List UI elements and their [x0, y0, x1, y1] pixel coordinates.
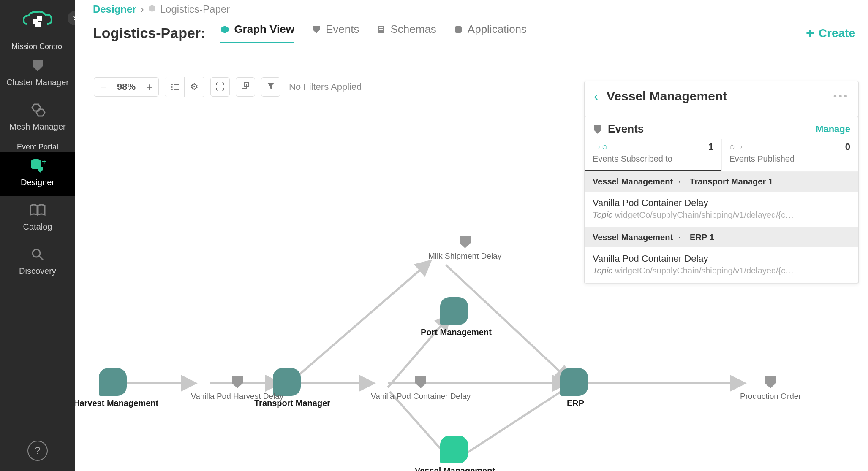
nav-label: Discovery — [19, 266, 56, 276]
details-panel: ‹ Vessel Management ••• Events Manage →○… — [584, 81, 859, 284]
published-label: Events Published — [729, 154, 851, 164]
breadcrumb-sep: › — [141, 3, 144, 15]
tab-events-published[interactable]: ○→ 0 Events Published — [721, 139, 858, 171]
event-entry-1[interactable]: Vanilla Pod Container Delay Topic widget… — [585, 192, 858, 227]
title-row: Logistics-Paper: Graph View Events Schem… — [93, 23, 855, 43]
svg-point-6 — [33, 249, 40, 257]
events-heading: Events — [608, 122, 811, 135]
node-port-management[interactable]: Port Management — [440, 297, 468, 325]
panel-tabs: →○ 1 Events Subscribed to ○→ 0 Events Pu… — [585, 139, 858, 172]
breadcrumb-current: Logistics-Paper — [160, 3, 230, 15]
shield-icon — [28, 57, 47, 74]
tab-label: Applications — [468, 23, 527, 36]
app-node-icon — [99, 368, 127, 396]
svg-line-31 — [464, 392, 561, 455]
event-node-vanilla-harvest-delay[interactable]: Vanilla Pod Harvest Delay — [191, 375, 283, 401]
event-group-header-1: Vessel Management ← Transport Manager 1 — [585, 172, 858, 192]
graph-canvas[interactable]: − 98% + ⚙ ⛶ No Filters Applied Harvest M… — [75, 58, 868, 471]
book-icon — [28, 202, 47, 219]
nav-item-mesh-manager[interactable]: Mesh Manager — [0, 96, 75, 140]
svg-line-27 — [299, 265, 426, 375]
logo-wrap: › — [0, 8, 75, 33]
topic-label: Topic — [593, 266, 612, 275]
svg-rect-2 — [35, 22, 41, 27]
tab-graph-view[interactable]: Graph View — [220, 23, 294, 43]
group-target: Vessel Management — [593, 233, 673, 242]
entry-topic: Topic widgetCo/supplyChain/shipping/v1/d… — [593, 266, 850, 276]
event-entry-2[interactable]: Vanilla Pod Container Delay Topic widget… — [585, 247, 858, 283]
svg-rect-13 — [455, 26, 462, 33]
node-vessel-management[interactable]: Vessel Management — [440, 436, 468, 463]
tab-events[interactable]: Events — [311, 23, 359, 43]
svg-rect-12 — [379, 29, 383, 30]
group-target: Vessel Management — [593, 177, 673, 187]
shield-icon — [311, 24, 321, 35]
event-node-milk-shipment-delay[interactable]: Milk Shipment Delay — [428, 235, 501, 261]
shield-icon — [458, 235, 472, 249]
designer-icon: + — [28, 157, 47, 174]
square-icon — [453, 24, 463, 35]
event-label: Milk Shipment Delay — [428, 252, 501, 261]
group-source: Transport Manager 1 — [690, 177, 773, 187]
entry-topic: Topic widgetCo/supplyChain/shipping/v1/d… — [593, 210, 850, 220]
panel-title: Vessel Management — [607, 89, 825, 103]
node-erp[interactable]: ERP — [560, 368, 588, 396]
arrow-left-icon: ← — [677, 233, 686, 242]
nav-label: Catalog — [23, 222, 52, 232]
create-button[interactable]: + Create — [806, 25, 855, 41]
arrow-out-icon: ○→ — [729, 141, 744, 152]
subscribed-count: 1 — [708, 141, 713, 152]
node-label: Vessel Management — [415, 466, 495, 471]
event-label: Production Order — [740, 392, 801, 401]
arrow-in-icon: →○ — [593, 141, 607, 152]
topic-label: Topic — [593, 210, 612, 219]
node-harvest-management[interactable]: Harvest Management — [99, 368, 127, 396]
app-node-icon — [560, 368, 588, 396]
svg-line-7 — [39, 256, 43, 260]
hexagon-icon — [148, 5, 156, 14]
header: Designer › Logistics-Paper Logistics-Pap… — [75, 0, 868, 58]
breadcrumb-root[interactable]: Designer — [93, 3, 136, 15]
svg-rect-11 — [379, 27, 383, 28]
back-button[interactable]: ‹ — [594, 89, 598, 103]
plus-icon: + — [806, 25, 814, 41]
panel-events-card: Events Manage →○ 1 Events Subscribed to … — [585, 116, 858, 284]
app-node-icon — [440, 297, 468, 325]
tab-schemas[interactable]: Schemas — [376, 23, 436, 43]
event-group-header-2: Vessel Management ← ERP 1 — [585, 227, 858, 247]
tab-label: Graph View — [234, 23, 294, 36]
published-count: 0 — [845, 141, 850, 152]
nav-item-discovery[interactable]: Discovery — [0, 240, 75, 284]
svg-text:+: + — [42, 158, 46, 166]
tabs: Graph View Events Schemas Applications — [220, 23, 527, 43]
sidebar: › Mission Control Cluster Manager Mesh M… — [0, 0, 75, 471]
entry-title: Vanilla Pod Container Delay — [593, 198, 850, 208]
page-title: Logistics-Paper: — [93, 25, 205, 41]
svg-marker-9 — [221, 26, 229, 33]
document-icon — [376, 24, 386, 35]
hex-cluster-icon — [28, 102, 47, 119]
topic-value: widgetCo/supplyChain/shipping/v1/delayed… — [615, 266, 794, 275]
nav-item-designer[interactable]: + Designer — [0, 152, 75, 196]
nav-section-event-portal: Event Portal — [17, 143, 58, 152]
app-node-icon — [440, 436, 468, 463]
arrow-left-icon: ← — [677, 177, 686, 187]
tab-label: Events — [326, 23, 359, 36]
event-node-vanilla-container-delay[interactable]: Vanilla Pod Container Delay — [371, 375, 471, 401]
tab-label: Schemas — [390, 23, 436, 36]
tab-events-subscribed[interactable]: →○ 1 Events Subscribed to — [585, 139, 721, 171]
shield-icon — [230, 375, 245, 389]
event-node-production-order[interactable]: Production Order — [740, 375, 801, 401]
nav-item-cluster-manager[interactable]: Cluster Manager — [0, 51, 75, 96]
panel-header: ‹ Vessel Management ••• — [585, 81, 858, 111]
svg-line-30 — [390, 392, 446, 455]
tab-applications[interactable]: Applications — [453, 23, 527, 43]
topic-value: widgetCo/supplyChain/shipping/v1/delayed… — [615, 210, 794, 219]
question-icon: ? — [35, 445, 40, 457]
manage-link[interactable]: Manage — [816, 124, 850, 135]
help-button[interactable]: ? — [27, 441, 48, 461]
nav-item-catalog[interactable]: Catalog — [0, 196, 75, 240]
more-options-button[interactable]: ••• — [833, 90, 849, 102]
app-logo — [19, 8, 57, 33]
group-source: ERP 1 — [690, 233, 714, 242]
